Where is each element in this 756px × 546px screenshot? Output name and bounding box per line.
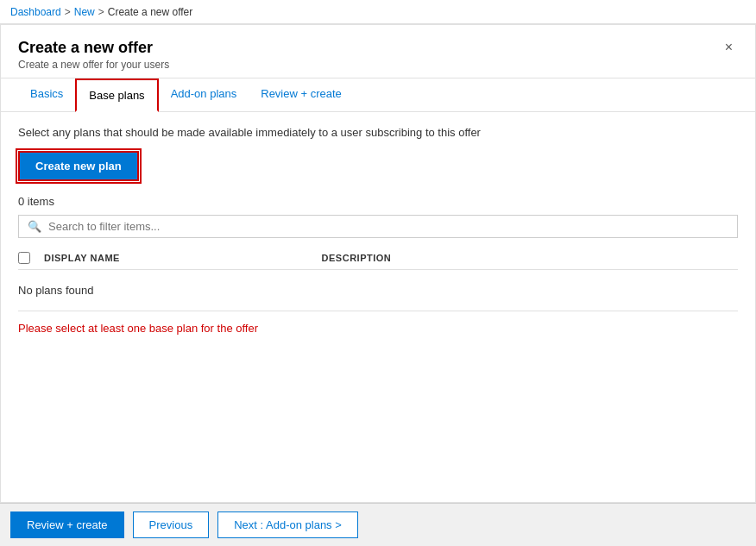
- tabs-bar: Basics Base plans Add-on plans Review + …: [1, 78, 755, 112]
- close-button[interactable]: ×: [720, 39, 738, 56]
- tab-basics[interactable]: Basics: [18, 78, 75, 112]
- col-header-description: DESCRIPTION: [322, 253, 738, 263]
- breadcrumb-sep-1: >: [65, 6, 71, 18]
- previous-button[interactable]: Previous: [133, 511, 210, 538]
- panel-header: Create a new offer Create a new offer fo…: [1, 25, 755, 78]
- page-title: Create a new offer: [18, 39, 169, 57]
- tab-addon-plans[interactable]: Add-on plans: [159, 78, 249, 112]
- breadcrumb-dashboard[interactable]: Dashboard: [10, 6, 61, 18]
- search-bar: 🔍: [18, 215, 738, 238]
- create-new-plan-button[interactable]: Create new plan: [18, 151, 139, 181]
- page-container: Dashboard > New > Create a new offer Cre…: [0, 0, 756, 546]
- tab-base-plans[interactable]: Base plans: [75, 78, 158, 112]
- footer-bar: Review + create Previous Next : Add-on p…: [0, 503, 756, 546]
- table-header: DISPLAY NAME DESCRIPTION: [18, 247, 738, 270]
- select-all-checkbox-container: [18, 252, 44, 264]
- breadcrumb-current: Create a new offer: [108, 6, 193, 18]
- main-panel: Create a new offer Create a new offer fo…: [0, 24, 756, 503]
- panel-header-text: Create a new offer Create a new offer fo…: [18, 39, 169, 71]
- next-button[interactable]: Next : Add-on plans >: [217, 511, 358, 538]
- search-icon: 🔍: [28, 220, 41, 233]
- no-plans-message: No plans found: [18, 270, 738, 311]
- breadcrumb-sep-2: >: [98, 6, 104, 18]
- breadcrumb-new[interactable]: New: [74, 6, 95, 18]
- breadcrumb: Dashboard > New > Create a new offer: [0, 0, 756, 24]
- content-area: Select any plans that should be made ava…: [1, 112, 755, 502]
- select-all-checkbox[interactable]: [18, 252, 30, 264]
- items-count: 0 items: [18, 195, 738, 208]
- search-input[interactable]: [48, 220, 728, 233]
- panel-subtitle: Create a new offer for your users: [18, 59, 169, 71]
- content-description: Select any plans that should be made ava…: [18, 126, 738, 139]
- error-message: Please select at least one base plan for…: [18, 322, 738, 335]
- review-create-button[interactable]: Review + create: [10, 511, 124, 538]
- col-header-displayname: DISPLAY NAME: [44, 253, 322, 263]
- tab-review-create[interactable]: Review + create: [249, 78, 354, 112]
